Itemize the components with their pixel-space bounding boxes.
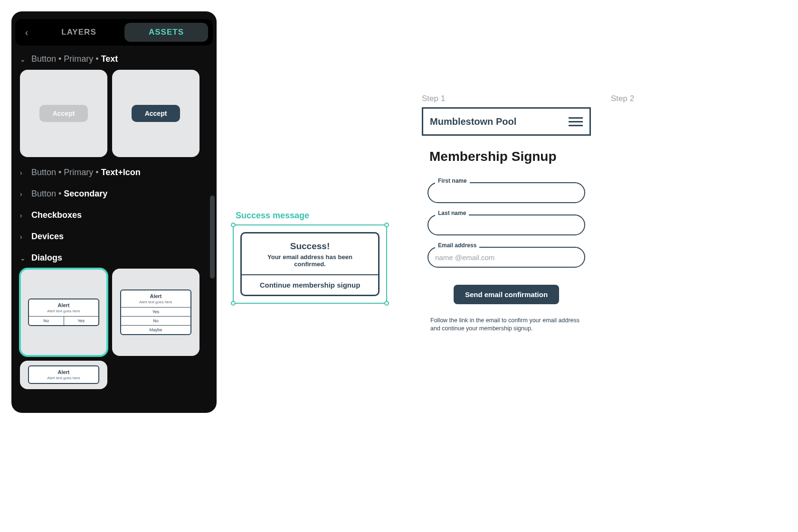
dialog-thumb-sub: Alert text goes here	[29, 376, 98, 383]
asset-button-enabled[interactable]: Accept	[112, 70, 200, 157]
form-heading: Membership Signup	[429, 149, 557, 164]
tab-layers[interactable]: LAYERS	[37, 23, 121, 42]
thumb-button-enabled: Accept	[132, 105, 180, 122]
asset-grid-dialogs: Alert Alert text goes here No Yes Alert …	[11, 269, 217, 389]
tree-bold: Text+Icon	[101, 168, 141, 177]
selection-frame[interactable]: Success! Your email address has been con…	[233, 224, 387, 304]
dialog-thumb-3option: Alert Alert text goes here Yes No Maybe	[120, 289, 191, 335]
tree-row-button-primary-text[interactable]: ⌄ Button • Primary • Text	[11, 48, 217, 70]
assets-panel: ‹ LAYERS ASSETS ⌄ Button • Primary • Tex…	[11, 11, 217, 413]
panel-body: ⌄ Button • Primary • Text Accept Accept …	[11, 48, 217, 408]
asset-dialog-3option[interactable]: Alert Alert text goes here Yes No Maybe	[112, 269, 200, 356]
step-1-label: Step 1	[422, 94, 445, 103]
caret-right-icon: ›	[20, 212, 27, 219]
caret-right-icon: ›	[20, 233, 27, 241]
canvas-success-node[interactable]: Success message Success! Your email addr…	[233, 211, 387, 304]
dialog-thumb-title: Alert	[29, 366, 98, 376]
dialog-thumb-no: No	[29, 317, 64, 325]
tree-row-button-primary-texticon[interactable]: › Button • Primary • Text+Icon	[11, 162, 217, 183]
signup-form: First name Last name Email address Send …	[428, 171, 585, 333]
label-first-name: First name	[435, 177, 470, 184]
send-confirmation-button[interactable]: Send email confirmation	[454, 285, 559, 304]
tree-bold: Dialogs	[31, 253, 62, 263]
success-body: Your email address has been confirmed.	[242, 253, 378, 274]
scrollbar-thumb[interactable]	[210, 196, 215, 279]
site-title: Mumblestown Pool	[430, 116, 516, 127]
chevron-left-icon: ‹	[25, 27, 28, 38]
success-action[interactable]: Continue membership signup	[242, 274, 378, 295]
caret-down-icon: ⌄	[20, 56, 27, 63]
input-email[interactable]	[428, 247, 585, 268]
steps-row: Step 1	[422, 94, 640, 103]
dialog-thumb-title: Alert	[121, 290, 190, 300]
dialog-thumb-opt: No	[121, 317, 190, 325]
resize-handle-tl[interactable]	[231, 223, 236, 227]
tree-row-checkboxes[interactable]: › Checkboxes	[11, 205, 217, 226]
dialog-thumb-sub: Alert text goes here	[29, 309, 98, 316]
success-title: Success!	[242, 233, 378, 253]
thumb-button-disabled: Accept	[39, 105, 88, 122]
field-email: Email address	[428, 247, 585, 268]
input-last-name[interactable]	[428, 215, 585, 235]
dialog-thumb-sub: Alert text goes here	[121, 300, 190, 307]
tree-prefix: Button •	[31, 189, 64, 198]
step-2-label: Step 2	[611, 94, 634, 103]
asset-dialog-partial[interactable]: Alert Alert text goes here	[20, 361, 107, 389]
resize-handle-tr[interactable]	[384, 223, 389, 227]
asset-grid-buttons: Accept Accept	[11, 70, 217, 162]
label-last-name: Last name	[435, 210, 469, 216]
tree-row-devices[interactable]: › Devices	[11, 226, 217, 247]
input-first-name[interactable]	[428, 182, 585, 203]
label-email: Email address	[435, 242, 479, 249]
tree-row-button-secondary[interactable]: › Button • Secondary	[11, 183, 217, 205]
node-caption: Success message	[233, 211, 387, 221]
asset-dialog-2option[interactable]: Alert Alert text goes here No Yes	[20, 269, 107, 356]
dialog-thumb-title: Alert	[29, 299, 98, 309]
field-first-name: First name	[428, 182, 585, 203]
helper-text: Follow the link in the email to confirm …	[428, 317, 585, 333]
resize-handle-bl[interactable]	[231, 301, 236, 306]
tree-prefix: Button • Primary •	[31, 54, 101, 64]
caret-down-icon: ⌄	[20, 254, 27, 262]
field-last-name: Last name	[428, 215, 585, 235]
dialog-thumb-partial: Alert Alert text goes here	[28, 365, 99, 384]
success-dialog: Success! Your email address has been con…	[240, 232, 380, 296]
dialog-thumb-yes: Yes	[64, 317, 99, 325]
tree-bold: Checkboxes	[31, 210, 82, 220]
asset-button-disabled[interactable]: Accept	[20, 70, 107, 157]
caret-right-icon: ›	[20, 190, 27, 198]
panel-tabs: ‹ LAYERS ASSETS	[15, 19, 213, 46]
resize-handle-br[interactable]	[384, 301, 389, 306]
dialog-thumb-opt: Maybe	[121, 326, 190, 334]
tree-bold: Secondary	[64, 189, 107, 198]
caret-right-icon: ›	[20, 169, 27, 177]
tree-prefix: Button • Primary •	[31, 168, 101, 177]
tree-row-dialogs[interactable]: ⌄ Dialogs	[11, 247, 217, 269]
hamburger-icon[interactable]	[569, 117, 583, 126]
tree-bold: Devices	[31, 232, 64, 242]
site-header: Mumblestown Pool	[422, 107, 591, 136]
dialog-thumb-opt: Yes	[121, 308, 190, 316]
dialog-thumb-2option: Alert Alert text goes here No Yes	[28, 299, 99, 326]
tree-bold: Text	[101, 54, 118, 64]
tab-assets[interactable]: ASSETS	[124, 23, 208, 42]
back-button[interactable]: ‹	[20, 26, 33, 39]
